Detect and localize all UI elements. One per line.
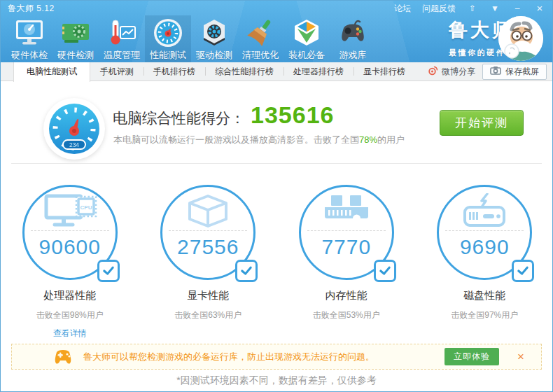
- nav-item-hardware-detect[interactable]: 硬件检测: [52, 15, 99, 62]
- banner-close-icon[interactable]: ×: [517, 351, 524, 363]
- gpu-score-label: 显卡性能: [187, 289, 229, 302]
- promo-banner: 鲁大师可以帮您检测游戏的必备运行库，防止出现游戏无法运行的问题。 立即体验 ×: [11, 344, 542, 370]
- gpu-score-value: 27556: [162, 235, 253, 259]
- tab-overall-ranking[interactable]: 综合性能排行榜: [205, 62, 284, 80]
- banner-text: 鲁大师可以帮您检测游戏的必备运行库，防止出现游戏无法运行的问题。: [83, 351, 374, 363]
- tab-phone-ranking[interactable]: 手机排行榜: [144, 62, 205, 80]
- gpu-card-icon: [60, 18, 91, 48]
- graphics-box-icon: [162, 193, 253, 230]
- cpu-score-value: 90600: [24, 235, 115, 259]
- footer-disclaimer: *因测试环境因素不同，数据有差异，仅供参考: [1, 374, 552, 387]
- window-title: 鲁大师 5.12: [8, 3, 55, 15]
- disk-score-label: 磁盘性能: [463, 289, 505, 302]
- gpu-beat-text: 击败全国63%用户: [174, 309, 241, 321]
- memory-score-ring: 7770: [299, 185, 394, 280]
- skin-icon[interactable]: ⇧: [467, 3, 478, 14]
- thermometer-icon: [106, 18, 137, 48]
- memory-score-value: 7770: [301, 235, 392, 259]
- gamepad-icon: [337, 18, 368, 48]
- mascot-avatar: [498, 16, 543, 61]
- overall-score-desc: 本电脑可以流畅运行一般游戏以及播放高清影音。击败了全国78%的用户: [113, 134, 405, 146]
- save-screenshot-button[interactable]: 保存截屏: [482, 64, 547, 80]
- weibo-share-button[interactable]: 微博分享: [428, 65, 475, 78]
- tab-cpu-ranking[interactable]: 处理器排行榜: [284, 62, 354, 80]
- nav-item-hardware-checkup[interactable]: 硬件体检: [6, 15, 52, 62]
- main-nav: 硬件体检 硬件检测: [6, 15, 376, 62]
- gpu-score-card: 27556 显卡性能 击败全国63%用户: [139, 185, 278, 340]
- overall-score-label: 电脑综合性能得分：: [113, 108, 245, 128]
- cpu-detail-link[interactable]: 查看详情: [53, 328, 87, 340]
- titlebar: 鲁大师 5.12 论坛 问题反馈 ⇧ ▼ – ×: [1, 1, 552, 16]
- check-badge-icon: [235, 260, 258, 282]
- nav-item-clean-optimize[interactable]: 清理优化: [237, 15, 284, 62]
- weibo-icon: [428, 65, 438, 78]
- cpu-score-ring: CPU 90600: [22, 185, 118, 280]
- nav-item-driver-detect[interactable]: 驱动检测: [191, 15, 237, 62]
- start-benchmark-button[interactable]: 开始评测: [440, 110, 524, 136]
- cpu-beat-text: 击败全国98%用户: [36, 309, 104, 321]
- overall-gauge-icon: 234: [42, 97, 106, 164]
- close-icon[interactable]: ×: [534, 3, 545, 14]
- gpu-score-ring: 27556: [160, 185, 255, 280]
- check-badge-icon: [97, 260, 120, 282]
- feedback-link[interactable]: 问题反馈: [422, 3, 456, 15]
- overall-score-value: 135616: [251, 102, 334, 129]
- ludashi-window: 鲁大师 5.12 论坛 问题反馈 ⇧ ▼ – ×: [0, 0, 553, 392]
- overall-score-line: 电脑综合性能得分： 135616: [113, 102, 334, 129]
- menu-icon[interactable]: ▼: [489, 3, 500, 14]
- forum-link[interactable]: 论坛: [394, 3, 411, 15]
- nav-item-temperature[interactable]: 温度管理: [99, 15, 145, 62]
- check-badge-icon: [374, 260, 396, 282]
- memory-icon: [301, 193, 392, 230]
- cpu-score-card: CPU 90600 处理器性能 击败全国98%用户 查看详情: [1, 185, 139, 340]
- app-header: 鲁大师 5.12 论坛 问题反馈 ⇧ ▼ – ×: [1, 1, 552, 62]
- memory-score-card: 7770 内存性能 击败全国53%用户: [277, 185, 416, 340]
- nav-item-essentials[interactable]: 装机必备: [284, 15, 330, 62]
- try-now-button[interactable]: 立即体验: [444, 348, 499, 365]
- disk-score-card: 9690 磁盘性能 击败全国97%用户: [416, 185, 553, 340]
- tab-pc-performance[interactable]: 电脑性能测试: [13, 62, 90, 82]
- gamepad-orange-icon: [52, 349, 74, 365]
- check-badge-icon: [512, 260, 534, 282]
- nav-item-game-library[interactable]: 游戏库: [330, 15, 376, 62]
- svg-text:CPU: CPU: [80, 204, 92, 211]
- beat-percent: 78%: [359, 134, 377, 145]
- gear-hexagon-icon: [199, 18, 230, 48]
- camera-icon: [490, 66, 501, 77]
- cpu-score-label: 处理器性能: [43, 289, 96, 302]
- tab-gpu-ranking[interactable]: 显卡排行榜: [354, 62, 415, 80]
- nav-item-performance-test[interactable]: 性能测试: [145, 15, 191, 62]
- section-divider: [11, 163, 542, 164]
- tab-bar: 电脑性能测试 手机评测 手机排行榜 综合性能排行榜 处理器排行榜 显卡排行榜 微…: [1, 62, 552, 81]
- minimize-icon[interactable]: –: [512, 3, 523, 14]
- software-box-icon: [291, 18, 322, 48]
- disk-score-ring: 9690: [437, 185, 532, 280]
- tab-phone-review[interactable]: 手机评测: [90, 62, 144, 80]
- disk-icon: [439, 193, 530, 230]
- cpu-icon: CPU: [24, 193, 115, 230]
- disk-beat-text: 击败全国97%用户: [451, 309, 518, 321]
- monitor-checkup-icon: [14, 18, 45, 48]
- broom-icon: [245, 18, 276, 48]
- speedometer-icon: [153, 18, 183, 48]
- memory-beat-text: 击败全国53%用户: [313, 309, 380, 321]
- disk-score-value: 9690: [439, 235, 530, 259]
- score-cards: CPU 90600 处理器性能 击败全国98%用户 查看详情: [1, 185, 553, 340]
- gauge-badge: 234: [69, 141, 79, 148]
- memory-score-label: 内存性能: [326, 289, 368, 302]
